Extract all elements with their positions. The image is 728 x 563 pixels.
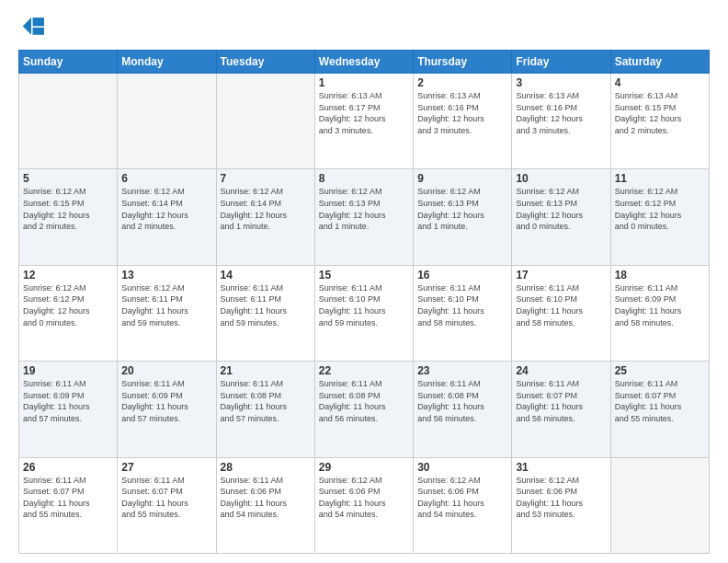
day-info: Sunrise: 6:11 AM Sunset: 6:07 PM Dayligh… [615,378,705,424]
header [18,15,710,40]
calendar-cell: 11Sunrise: 6:12 AM Sunset: 6:12 PM Dayli… [610,169,709,265]
day-number: 1 [319,76,409,89]
logo [18,15,48,40]
day-number: 13 [121,269,211,282]
calendar-cell: 12Sunrise: 6:12 AM Sunset: 6:12 PM Dayli… [19,265,118,361]
day-number: 2 [417,76,507,89]
day-number: 7 [221,172,311,185]
week-row-1: 1Sunrise: 6:13 AM Sunset: 6:17 PM Daylig… [19,74,710,169]
calendar-cell: 20Sunrise: 6:11 AM Sunset: 6:09 PM Dayli… [118,362,216,457]
weekday-header-row: SundayMondayTuesdayWednesdayThursdayFrid… [19,51,710,74]
day-info: Sunrise: 6:11 AM Sunset: 6:10 PM Dayligh… [516,282,606,328]
calendar-cell: 27Sunrise: 6:11 AM Sunset: 6:07 PM Dayli… [118,457,216,553]
day-number: 4 [615,76,705,89]
day-number: 26 [23,461,113,474]
day-number: 18 [615,269,705,282]
week-row-5: 26Sunrise: 6:11 AM Sunset: 6:07 PM Dayli… [19,457,710,553]
day-number: 15 [319,269,409,282]
day-number: 29 [319,461,409,474]
day-info: Sunrise: 6:12 AM Sunset: 6:12 PM Dayligh… [615,186,705,232]
calendar-cell: 28Sunrise: 6:11 AM Sunset: 6:06 PM Dayli… [216,457,314,553]
page: SundayMondayTuesdayWednesdayThursdayFrid… [0,0,728,563]
calendar-cell: 2Sunrise: 6:13 AM Sunset: 6:16 PM Daylig… [414,74,512,169]
day-number: 27 [121,461,211,474]
weekday-header-monday: Monday [118,51,216,74]
weekday-header-wednesday: Wednesday [314,51,413,74]
day-number: 19 [23,364,113,377]
calendar-cell: 23Sunrise: 6:11 AM Sunset: 6:08 PM Dayli… [414,362,512,457]
day-info: Sunrise: 6:13 AM Sunset: 6:16 PM Dayligh… [516,90,606,136]
day-info: Sunrise: 6:12 AM Sunset: 6:13 PM Dayligh… [319,186,409,232]
day-info: Sunrise: 6:11 AM Sunset: 6:10 PM Dayligh… [319,282,409,328]
day-info: Sunrise: 6:11 AM Sunset: 6:09 PM Dayligh… [121,378,211,424]
day-info: Sunrise: 6:11 AM Sunset: 6:09 PM Dayligh… [23,378,113,424]
calendar-header: SundayMondayTuesdayWednesdayThursdayFrid… [19,51,710,74]
calendar-cell [610,457,709,553]
calendar-cell: 14Sunrise: 6:11 AM Sunset: 6:11 PM Dayli… [216,265,314,361]
calendar-cell: 18Sunrise: 6:11 AM Sunset: 6:09 PM Dayli… [610,265,709,361]
day-number: 5 [23,172,113,185]
calendar-cell: 19Sunrise: 6:11 AM Sunset: 6:09 PM Dayli… [19,362,118,457]
day-info: Sunrise: 6:11 AM Sunset: 6:09 PM Dayligh… [615,282,705,328]
svg-marker-2 [33,28,44,35]
day-info: Sunrise: 6:11 AM Sunset: 6:07 PM Dayligh… [121,475,211,521]
day-number: 25 [615,364,705,377]
day-number: 9 [417,172,507,185]
day-info: Sunrise: 6:11 AM Sunset: 6:07 PM Dayligh… [23,475,113,521]
day-info: Sunrise: 6:12 AM Sunset: 6:11 PM Dayligh… [121,282,211,328]
day-number: 21 [221,364,311,377]
calendar-cell: 29Sunrise: 6:12 AM Sunset: 6:06 PM Dayli… [314,457,413,553]
day-number: 22 [319,364,409,377]
calendar-body: 1Sunrise: 6:13 AM Sunset: 6:17 PM Daylig… [19,74,710,554]
day-number: 6 [121,172,211,185]
week-row-4: 19Sunrise: 6:11 AM Sunset: 6:09 PM Dayli… [19,362,710,457]
calendar-cell: 17Sunrise: 6:11 AM Sunset: 6:10 PM Dayli… [512,265,610,361]
day-number: 17 [516,269,606,282]
weekday-header-saturday: Saturday [610,51,709,74]
weekday-header-thursday: Thursday [414,51,512,74]
day-info: Sunrise: 6:12 AM Sunset: 6:14 PM Dayligh… [121,186,211,232]
week-row-3: 12Sunrise: 6:12 AM Sunset: 6:12 PM Dayli… [19,265,710,361]
day-number: 31 [516,461,606,474]
calendar-cell [19,74,118,169]
weekday-header-tuesday: Tuesday [216,51,314,74]
day-number: 3 [516,76,606,89]
day-number: 20 [121,364,211,377]
day-info: Sunrise: 6:13 AM Sunset: 6:17 PM Dayligh… [319,90,409,136]
calendar-cell: 10Sunrise: 6:12 AM Sunset: 6:13 PM Dayli… [512,169,610,265]
calendar-cell: 4Sunrise: 6:13 AM Sunset: 6:15 PM Daylig… [610,74,709,169]
day-info: Sunrise: 6:12 AM Sunset: 6:13 PM Dayligh… [417,186,507,232]
day-info: Sunrise: 6:11 AM Sunset: 6:08 PM Dayligh… [417,378,507,424]
day-number: 10 [516,172,606,185]
day-info: Sunrise: 6:12 AM Sunset: 6:06 PM Dayligh… [516,475,606,521]
day-number: 12 [23,269,113,282]
calendar-cell: 9Sunrise: 6:12 AM Sunset: 6:13 PM Daylig… [414,169,512,265]
day-info: Sunrise: 6:12 AM Sunset: 6:15 PM Dayligh… [23,186,113,232]
day-info: Sunrise: 6:11 AM Sunset: 6:08 PM Dayligh… [319,378,409,424]
calendar-cell: 7Sunrise: 6:12 AM Sunset: 6:14 PM Daylig… [216,169,314,265]
day-number: 23 [417,364,507,377]
weekday-header-friday: Friday [512,51,610,74]
calendar-cell: 26Sunrise: 6:11 AM Sunset: 6:07 PM Dayli… [19,457,118,553]
day-number: 11 [615,172,705,185]
calendar-cell: 21Sunrise: 6:11 AM Sunset: 6:08 PM Dayli… [216,362,314,457]
day-info: Sunrise: 6:11 AM Sunset: 6:11 PM Dayligh… [221,282,311,328]
day-number: 28 [221,461,311,474]
calendar-cell: 22Sunrise: 6:11 AM Sunset: 6:08 PM Dayli… [314,362,413,457]
day-number: 24 [516,364,606,377]
day-info: Sunrise: 6:12 AM Sunset: 6:06 PM Dayligh… [319,475,409,521]
logo-icon [18,15,44,40]
day-info: Sunrise: 6:11 AM Sunset: 6:10 PM Dayligh… [417,282,507,328]
day-info: Sunrise: 6:11 AM Sunset: 6:08 PM Dayligh… [221,378,311,424]
calendar-cell [118,74,216,169]
day-number: 14 [221,269,311,282]
calendar-cell: 8Sunrise: 6:12 AM Sunset: 6:13 PM Daylig… [314,169,413,265]
day-info: Sunrise: 6:12 AM Sunset: 6:12 PM Dayligh… [23,282,113,328]
day-info: Sunrise: 6:13 AM Sunset: 6:16 PM Dayligh… [417,90,507,136]
weekday-header-sunday: Sunday [19,51,118,74]
calendar-cell: 3Sunrise: 6:13 AM Sunset: 6:16 PM Daylig… [512,74,610,169]
day-info: Sunrise: 6:12 AM Sunset: 6:13 PM Dayligh… [516,186,606,232]
day-info: Sunrise: 6:13 AM Sunset: 6:15 PM Dayligh… [615,90,705,136]
calendar-cell: 25Sunrise: 6:11 AM Sunset: 6:07 PM Dayli… [610,362,709,457]
day-info: Sunrise: 6:11 AM Sunset: 6:07 PM Dayligh… [516,378,606,424]
